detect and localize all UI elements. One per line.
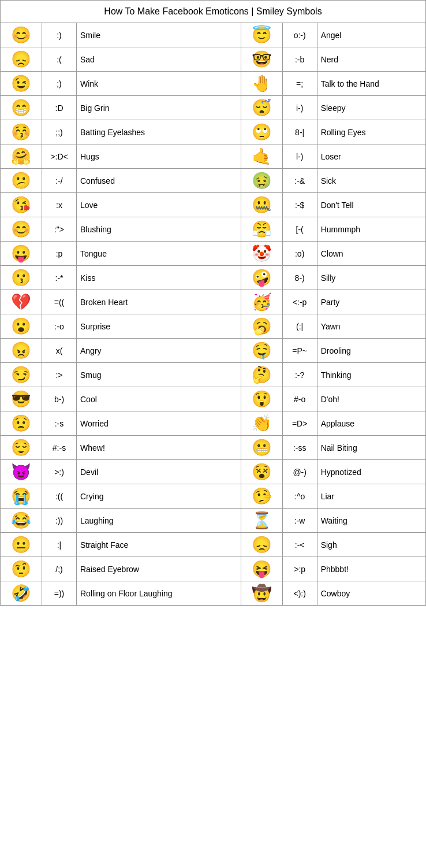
code-left-0: :) xyxy=(42,23,77,47)
emoji-right-17: 😬 xyxy=(241,436,282,460)
name-left-7: Love xyxy=(77,193,241,217)
emoji-right-4: 🙄 xyxy=(241,120,282,144)
emoji-left-9: 😛 xyxy=(1,242,42,266)
emoji-right-1: 🤓 xyxy=(241,47,282,72)
name-right-1: Nerd xyxy=(317,47,425,72)
table-row: 💔 =(( Broken Heart 🥳 <:-p Party xyxy=(1,290,426,314)
table-row: 😎 b-) Cool 😲 #-o D'oh! xyxy=(1,387,426,411)
code-right-5: l-) xyxy=(282,144,317,169)
code-right-11: <:-p xyxy=(282,290,317,314)
code-left-15: b-) xyxy=(42,387,77,411)
emoji-right-9: 🤡 xyxy=(241,242,282,266)
name-left-0: Smile xyxy=(77,23,241,47)
emoji-right-5: 🤙 xyxy=(241,144,282,169)
emoji-right-15: 😲 xyxy=(241,387,282,411)
emoji-left-3: 😁 xyxy=(1,96,42,120)
name-right-7: Don't Tell xyxy=(317,193,425,217)
table-row: 😊 :"> Blushing 😤 [-( Hummmph xyxy=(1,217,426,242)
emoji-right-12: 🥱 xyxy=(241,314,282,339)
code-right-16: =D> xyxy=(282,411,317,436)
table-row: 🤨 /;) Raised Eyebrow 😝 >:p Phbbbt! xyxy=(1,557,426,581)
name-left-10: Kiss xyxy=(77,266,241,290)
table-row: 😮 :-o Surprise 🥱 (:| Yawn xyxy=(1,314,426,339)
code-right-10: 8-) xyxy=(282,266,317,290)
code-right-1: :-b xyxy=(282,47,317,72)
emoji-right-13: 🤤 xyxy=(241,339,282,363)
name-right-4: Rolling Eyes xyxy=(317,120,425,144)
code-right-4: 8-| xyxy=(282,120,317,144)
emoji-left-5: 🤗 xyxy=(1,144,42,169)
code-left-1: :( xyxy=(42,47,77,72)
name-left-3: Big Grin xyxy=(77,96,241,120)
code-left-16: :-s xyxy=(42,411,77,436)
name-left-9: Tongue xyxy=(77,242,241,266)
table-row: 🤣 =)) Rolling on Floor Laughing 🤠 <):) C… xyxy=(1,581,426,606)
name-right-11: Party xyxy=(317,290,425,314)
name-right-10: Silly xyxy=(317,266,425,290)
code-right-9: :o) xyxy=(282,242,317,266)
name-right-3: Sleepy xyxy=(317,96,425,120)
name-right-22: Phbbbt! xyxy=(317,557,425,581)
name-right-8: Hummmph xyxy=(317,217,425,242)
emoji-left-4: 😚 xyxy=(1,120,42,144)
table-row: 😞 :( Sad 🤓 :-b Nerd xyxy=(1,47,426,72)
emoji-right-2: 🤚 xyxy=(241,72,282,96)
table-row: 😌 #:-s Whew! 😬 :-ss Nail Biting xyxy=(1,436,426,460)
emoji-right-10: 🤪 xyxy=(241,266,282,290)
name-left-1: Sad xyxy=(77,47,241,72)
emoji-left-2: 😉 xyxy=(1,72,42,96)
name-left-16: Worried xyxy=(77,411,241,436)
name-right-23: Cowboy xyxy=(317,581,425,606)
code-left-10: :-* xyxy=(42,266,77,290)
name-right-19: Liar xyxy=(317,484,425,509)
table-row: 😗 :-* Kiss 🤪 8-) Silly xyxy=(1,266,426,290)
emoji-left-14: 😏 xyxy=(1,363,42,387)
table-row: 😉 ;) Wink 🤚 =; Talk to the Hand xyxy=(1,72,426,96)
table-row: 😠 x( Angry 🤤 =P~ Drooling xyxy=(1,339,426,363)
emoji-left-23: 🤣 xyxy=(1,581,42,606)
code-left-4: ;;) xyxy=(42,120,77,144)
code-left-7: :x xyxy=(42,193,77,217)
code-right-19: :^o xyxy=(282,484,317,509)
page-title: How To Make Facebook Emoticons | Smiley … xyxy=(0,0,426,23)
emoji-left-13: 😠 xyxy=(1,339,42,363)
table-row: 😛 :p Tongue 🤡 :o) Clown xyxy=(1,242,426,266)
table-row: 😘 :x Love 🤐 :-$ Don't Tell xyxy=(1,193,426,217)
emoji-right-11: 🥳 xyxy=(241,290,282,314)
emoji-right-3: 😴 xyxy=(241,96,282,120)
emoji-left-1: 😞 xyxy=(1,47,42,72)
name-right-9: Clown xyxy=(317,242,425,266)
name-right-16: Applause xyxy=(317,411,425,436)
name-left-23: Rolling on Floor Laughing xyxy=(77,581,241,606)
emoji-left-7: 😘 xyxy=(1,193,42,217)
emoji-left-22: 🤨 xyxy=(1,557,42,581)
emoji-left-17: 😌 xyxy=(1,436,42,460)
code-left-20: :)) xyxy=(42,509,77,533)
code-left-18: >:) xyxy=(42,460,77,484)
code-right-2: =; xyxy=(282,72,317,96)
name-right-18: Hypnotized xyxy=(317,460,425,484)
name-right-0: Angel xyxy=(317,23,425,47)
emoji-right-0: 😇 xyxy=(241,23,282,47)
code-right-7: :-$ xyxy=(282,193,317,217)
code-right-14: :-? xyxy=(282,363,317,387)
name-right-2: Talk to the Hand xyxy=(317,72,425,96)
name-left-6: Confused xyxy=(77,169,241,193)
name-right-21: Sigh xyxy=(317,533,425,557)
code-left-11: =(( xyxy=(42,290,77,314)
code-left-23: =)) xyxy=(42,581,77,606)
code-left-2: ;) xyxy=(42,72,77,96)
name-right-6: Sick xyxy=(317,169,425,193)
emoji-left-21: 😐 xyxy=(1,533,42,557)
emoji-right-23: 🤠 xyxy=(241,581,282,606)
name-left-8: Blushing xyxy=(77,217,241,242)
name-left-5: Hugs xyxy=(77,144,241,169)
name-left-22: Raised Eyebrow xyxy=(77,557,241,581)
table-row: 🤗 >:D< Hugs 🤙 l-) Loser xyxy=(1,144,426,169)
table-row: 😂 :)) Laughing ⏳ :-w Waiting xyxy=(1,509,426,533)
emoji-left-16: 😟 xyxy=(1,411,42,436)
name-right-15: D'oh! xyxy=(317,387,425,411)
emoji-left-6: 😕 xyxy=(1,169,42,193)
emoji-left-19: 😭 xyxy=(1,484,42,509)
table-row: 😁 :D Big Grin 😴 i-) Sleepy xyxy=(1,96,426,120)
